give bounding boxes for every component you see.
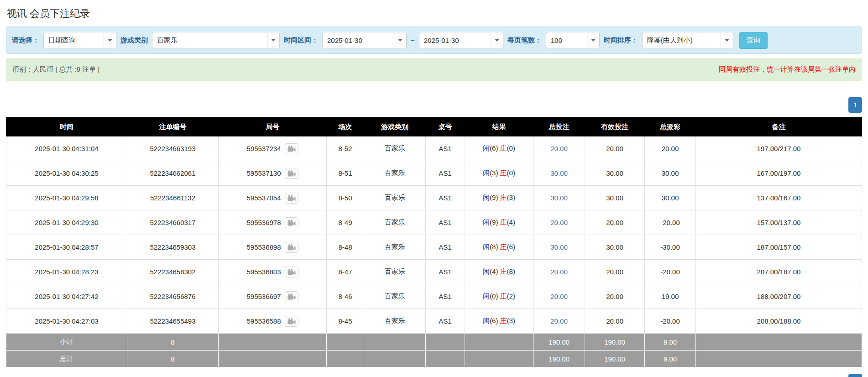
game-type-select[interactable]: 百家乐 [152,32,280,48]
date-from-value: 2025-01-30 [323,32,394,48]
round-id: 595537234 [246,145,281,152]
summary-warning-note: 同局有效投注，统一计算在该局第一张注单内 [719,65,856,74]
column-header: 总投注 [533,118,585,136]
total-bet-link[interactable]: 20.00 [550,219,568,226]
chevron-down-glyph [495,39,499,42]
cell-game-type: 百家乐 [364,210,426,235]
cell-remark: 187.00/157.00 [696,235,862,260]
round-id: 595536697 [246,293,281,300]
cell-remark: 157.00/137.00 [696,210,862,235]
result-player-label: 闲 [483,169,490,177]
video-camera-icon [288,220,296,226]
round-id: 595537130 [246,169,281,177]
query-type-select[interactable]: 日期查询 [43,32,116,48]
chevron-down-icon[interactable] [721,32,733,48]
page-number-button[interactable]: 1 [848,97,862,113]
column-header: 有效投注 [585,118,645,136]
video-replay-button[interactable] [285,316,298,327]
cell-table-no: AS1 [426,210,465,235]
cell-bet-id: 522234660317 [127,210,219,235]
search-button[interactable]: 查询 [739,32,768,49]
table-row: 2025-01-30 04:30:25522234662061595537130… [6,161,862,186]
chevron-down-icon[interactable] [394,32,406,48]
result-player-label: 闲 [483,144,490,152]
result-banker-label: 庄 [500,169,507,177]
cell-result: 闲(9) 庄(4) [465,210,533,235]
video-replay-button[interactable] [285,291,298,302]
footer-total-bet: 190.00 [533,351,585,367]
table-row: 2025-01-30 04:29:58522234661132595537054… [6,186,862,210]
chevron-down-icon[interactable] [491,32,503,48]
chevron-down-icon[interactable] [587,32,599,48]
footer-total-bet: 190.00 [533,334,585,351]
cell-total-bet: 30.00 [533,186,585,210]
cell-payout: -30.00 [645,235,696,260]
cell-result: 闲(9) 庄(3) [465,186,533,210]
footer-empty [696,334,862,351]
date-to-select[interactable]: 2025-01-30 [419,32,503,48]
cell-game-type: 百家乐 [364,260,426,284]
sort-order-label: 时间排序： [604,36,638,45]
cell-valid-bet: 20.00 [585,210,645,235]
cell-remark: 197.00/217.00 [696,136,862,161]
page-size-label: 每页笔数： [507,36,542,45]
result-player-label: 闲 [483,218,490,226]
page-size-select[interactable]: 100 [546,32,600,48]
cell-total-bet: 20.00 [533,260,585,284]
cell-game-type: 百家乐 [364,284,426,309]
cell-result: 闲(8) 庄(6) [465,235,533,260]
footer-empty [426,334,465,351]
cell-payout: 20.00 [645,136,696,161]
video-replay-button[interactable] [285,168,298,179]
cell-valid-bet: 20.00 [585,284,645,309]
footer-valid-bet: 190.00 [585,334,645,351]
video-replay-button[interactable] [285,217,298,228]
video-replay-button[interactable] [285,193,298,204]
chevron-down-icon[interactable] [267,32,279,48]
footer-empty [465,334,533,351]
cell-round-id: 595537130 [219,161,327,186]
video-replay-button[interactable] [285,242,298,253]
cell-session: 8-45 [327,309,364,334]
total-bet-link[interactable]: 20.00 [550,317,568,325]
cell-valid-bet: 30.00 [585,161,645,186]
total-bet-link[interactable]: 30.00 [550,194,568,202]
table-row: 2025-01-30 04:28:57522234659303595536898… [6,235,862,260]
video-replay-button[interactable] [285,267,298,278]
result-player-score: (4) [490,267,498,275]
page-number-button[interactable]: 1 [848,374,862,377]
cell-bet-id: 522234655493 [127,309,219,334]
column-header: 备注 [696,118,862,136]
sort-order-value: 降幂(由大到小) [643,32,721,48]
date-from-select[interactable]: 2025-01-30 [322,32,407,48]
footer-count: 8 [127,334,219,351]
table-body: 2025-01-30 04:31:04522234663193595537234… [6,136,862,367]
cell-total-bet: 30.00 [533,161,585,186]
video-replay-button[interactable] [285,143,298,154]
result-player-score: (8) [490,243,498,251]
result-banker-label: 庄 [500,144,507,152]
cell-game-type: 百家乐 [364,186,426,210]
total-bet-link[interactable]: 30.00 [550,243,568,251]
total-bet-link[interactable]: 20.00 [550,268,568,276]
result-player-score: (9) [490,218,498,226]
cell-round-id: 595537234 [219,136,327,161]
cell-payout: -20.00 [645,210,696,235]
total-bet-link[interactable]: 20.00 [550,293,568,300]
cell-round-id: 595536588 [219,309,327,334]
cell-round-id: 595536697 [219,284,327,309]
cell-table-no: AS1 [426,309,465,334]
total-bet-link[interactable]: 30.00 [550,169,568,177]
video-camera-icon [288,318,296,325]
video-camera-icon [288,195,296,201]
result-player-score: (3) [490,169,498,177]
sort-order-select[interactable]: 降幂(由大到小) [642,32,733,48]
cell-session: 8-46 [327,284,364,309]
cell-payout: -20.00 [645,260,696,284]
total-bet-link[interactable]: 20.00 [550,145,568,152]
footer-payout: 9.00 [645,351,696,367]
cell-bet-id: 522234658302 [127,260,219,284]
footer-empty [327,351,364,367]
date-separator: ~ [411,37,415,44]
chevron-down-icon[interactable] [104,32,116,48]
